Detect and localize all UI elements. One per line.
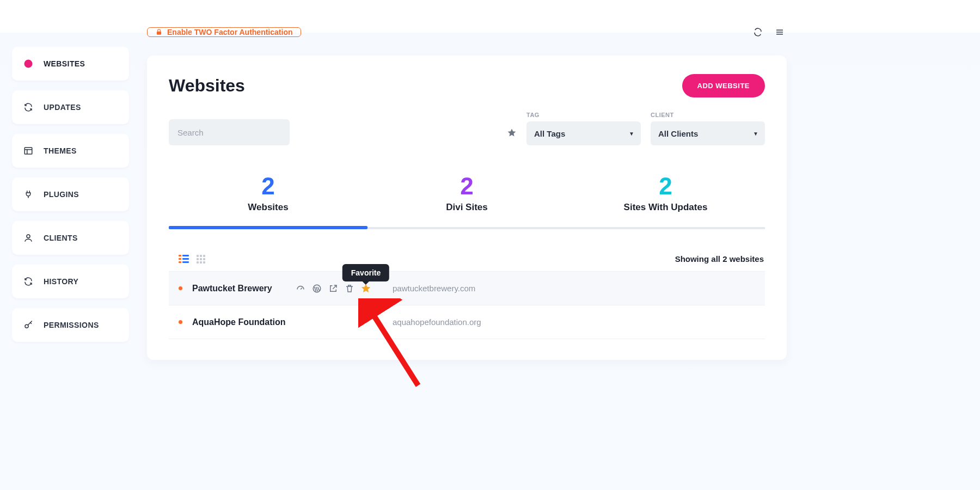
refresh-icon (23, 102, 34, 113)
site-name: Pawtucket Brewery (192, 284, 286, 293)
sidebar-item-label: UPDATES (44, 103, 81, 112)
filters-row: TAG All Tags ▼ CLIENT All Clients ▼ (169, 112, 765, 145)
sidebar-item-themes[interactable]: THEMES (12, 134, 129, 168)
plug-icon (23, 189, 34, 200)
sidebar: WEBSITES UPDATES THEMES PLUGINS CLIENTS … (12, 47, 129, 342)
sidebar-item-label: PLUGINS (44, 190, 79, 199)
globe-icon (23, 58, 34, 69)
layout-icon (23, 145, 34, 156)
svg-rect-4 (157, 32, 161, 35)
site-url: aquahopefoundation.org (393, 317, 481, 327)
tab-websites[interactable]: 2 Websites (169, 169, 367, 227)
sidebar-item-label: WEBSITES (44, 59, 85, 68)
wordpress-icon[interactable] (312, 284, 322, 293)
dashboard-icon[interactable] (296, 284, 305, 293)
user-icon (23, 232, 34, 243)
two-factor-alert[interactable]: Enable TWO Factor Authentication (147, 27, 301, 37)
card-head: Websites ADD WEBSITE (169, 74, 765, 97)
grid-view-icon[interactable] (197, 255, 205, 264)
menu-icon[interactable] (775, 27, 785, 37)
refresh-icon (23, 276, 34, 287)
tab-sites-with-updates[interactable]: 2 Sites With Updates (566, 169, 765, 227)
page-title: Websites (169, 76, 245, 96)
results-count: Showing all 2 websites (675, 254, 764, 264)
sites-list: Pawtucket Brewery Favorite pawtucketbrew… (169, 271, 765, 339)
stat-label: Websites (169, 202, 367, 213)
stat-value: 2 (367, 174, 566, 199)
stats-tabs: 2 Websites 2 Divi Sites 2 Sites With Upd… (169, 169, 765, 229)
stat-value: 2 (169, 174, 367, 199)
tag-select[interactable]: All Tags (526, 121, 641, 145)
stat-value: 2 (566, 174, 765, 199)
stat-label: Divi Sites (367, 202, 566, 213)
sidebar-item-permissions[interactable]: PERMISSIONS (12, 308, 129, 342)
websites-card: Websites ADD WEBSITE TAG All Tags ▼ CLIE… (147, 56, 787, 360)
sidebar-item-label: PERMISSIONS (44, 321, 99, 329)
view-toggle (170, 255, 205, 264)
tab-divi-sites[interactable]: 2 Divi Sites (367, 169, 566, 227)
status-dot-icon (179, 320, 182, 324)
trash-icon[interactable] (345, 284, 354, 293)
list-item[interactable]: AquaHope Foundation aquahopefoundation.o… (169, 305, 765, 339)
sidebar-item-label: CLIENTS (44, 234, 78, 242)
favorite-tooltip: Favorite (342, 264, 389, 281)
sync-icon[interactable] (753, 27, 763, 37)
favorite-star-icon[interactable]: Favorite (361, 284, 371, 293)
svg-point-3 (25, 324, 28, 328)
external-link-icon[interactable] (328, 284, 338, 293)
key-icon (23, 320, 34, 330)
search-input[interactable] (169, 119, 290, 145)
header-actions (753, 27, 785, 37)
tag-filter-label: TAG (526, 112, 641, 118)
site-name: AquaHope Foundation (192, 317, 286, 327)
sidebar-item-clients[interactable]: CLIENTS (12, 221, 129, 255)
tag-filter: TAG All Tags ▼ (526, 112, 641, 145)
list-view-icon[interactable] (179, 255, 189, 264)
client-filter-label: CLIENT (651, 112, 765, 118)
client-select[interactable]: All Clients (651, 121, 765, 145)
sidebar-item-plugins[interactable]: PLUGINS (12, 177, 129, 211)
sidebar-item-updates[interactable]: UPDATES (12, 90, 129, 124)
svg-rect-1 (24, 148, 32, 154)
active-tab-underline (169, 226, 367, 229)
sidebar-item-websites[interactable]: WEBSITES (12, 47, 129, 81)
stat-label: Sites With Updates (566, 202, 765, 213)
alert-label: Enable TWO Factor Authentication (167, 28, 293, 36)
list-item[interactable]: Pawtucket Brewery Favorite pawtucketbrew… (169, 272, 765, 305)
list-toolbar: Showing all 2 websites (169, 254, 765, 271)
sidebar-item-label: HISTORY (44, 277, 78, 286)
sidebar-item-history[interactable]: HISTORY (12, 265, 129, 298)
row-actions: Favorite (296, 284, 371, 293)
sidebar-item-label: THEMES (44, 146, 77, 155)
main-column: Enable TWO Factor Authentication Website… (147, 29, 787, 360)
lock-icon (155, 28, 163, 36)
status-dot-icon (179, 286, 182, 290)
svg-point-2 (27, 235, 30, 238)
favorites-filter-icon[interactable] (507, 128, 517, 138)
site-url: pawtucketbrewery.com (393, 284, 475, 293)
client-filter: CLIENT All Clients ▼ (651, 112, 765, 145)
add-website-button[interactable]: ADD WEBSITE (682, 74, 765, 97)
